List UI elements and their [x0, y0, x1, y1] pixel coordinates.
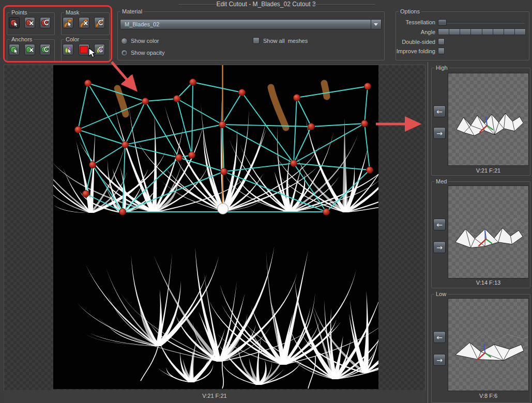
mesh-vertex[interactable]: [221, 168, 227, 175]
show-opacity-label: Show opacity: [131, 50, 164, 56]
mesh-vertex[interactable]: [122, 142, 129, 148]
double-sided-checkbox[interactable]: [438, 38, 445, 45]
dropdown-arrow-icon[interactable]: [371, 20, 381, 29]
color-reset-button[interactable]: [94, 44, 105, 55]
points-reset-button[interactable]: [40, 17, 51, 28]
lod-low-prev-button[interactable]: ←: [433, 331, 446, 343]
mesh-vertex[interactable]: [291, 160, 297, 167]
mesh-vertex[interactable]: [308, 123, 315, 130]
points-remove-button[interactable]: [24, 17, 35, 28]
lod-high-prev-button[interactable]: ←: [433, 105, 446, 117]
lod-low-group: Low ← → V:8 F:6: [431, 294, 530, 403]
dialog-title: Edit Cutout - M_Blades_02 Cutout 3: [0, 1, 532, 8]
tessellation-label: Tessellation: [396, 19, 435, 25]
show-color-radio[interactable]: [121, 38, 128, 44]
options-group-label: Options: [399, 8, 421, 15]
points-select-button[interactable]: [9, 17, 20, 28]
angle-segment: [482, 29, 493, 35]
lod-med-mesh-thumbnail: [448, 186, 528, 278]
material-dropdown[interactable]: M_Blades_02: [120, 19, 382, 29]
material-group-label: Material: [120, 8, 144, 15]
anchors-group: Anchors: [7, 39, 55, 62]
mesh-vertex[interactable]: [323, 209, 330, 215]
angle-segment: [471, 29, 482, 35]
mesh-vertex[interactable]: [364, 83, 371, 90]
mesh-vertex[interactable]: [367, 167, 373, 174]
tessellation-slider-track[interactable]: [438, 22, 525, 23]
lod-med-prev-button[interactable]: ←: [433, 219, 446, 230]
anchors-remove-button[interactable]: [24, 44, 35, 55]
mask-draw-button[interactable]: [63, 17, 73, 28]
anchor-handle[interactable]: [218, 204, 229, 214]
mesh-vertex[interactable]: [361, 120, 368, 127]
lod-high-label: High: [434, 65, 449, 71]
anchors-group-label: Anchors: [10, 36, 34, 43]
anchors-add-button[interactable]: [9, 44, 20, 55]
angle-segment: [515, 29, 525, 35]
mesh-vertex[interactable]: [142, 98, 149, 105]
show-color-label: Show color: [131, 38, 159, 44]
lod-low-preview[interactable]: [448, 298, 529, 391]
mesh-vertex[interactable]: [174, 96, 180, 102]
material-dropdown-value: M_Blades_02: [125, 21, 159, 27]
mesh-vertex[interactable]: [85, 80, 92, 87]
angle-segment: [493, 29, 504, 35]
mesh-vertex[interactable]: [119, 209, 126, 215]
mesh-vertex[interactable]: [189, 152, 195, 159]
angle-segment: [504, 29, 515, 35]
color-group-label: Color: [64, 36, 81, 43]
show-all-meshes-checkbox[interactable]: [253, 37, 260, 44]
mesh-vertex[interactable]: [190, 79, 196, 86]
tessellation-slider-handle[interactable]: [438, 19, 447, 26]
lod-high-mesh-thumbnail: [448, 73, 528, 165]
improve-folding-label: Improve folding: [396, 48, 435, 54]
mask-group-label: Mask: [64, 9, 81, 16]
double-sided-label: Double-sided: [396, 39, 435, 45]
panel-separator: [428, 62, 428, 403]
lod-low-label: Low: [434, 291, 448, 298]
mesh-vertex[interactable]: [176, 154, 183, 161]
cutout-edit-canvas[interactable]: [4, 65, 425, 390]
mask-erase-button[interactable]: [79, 17, 89, 28]
angle-segment: [449, 29, 460, 35]
improve-folding-checkbox[interactable]: [438, 48, 445, 54]
angle-segment: [438, 29, 449, 35]
mask-group: Mask: [61, 12, 110, 35]
mesh-vertex[interactable]: [75, 127, 82, 133]
lod-low-next-button[interactable]: →: [433, 354, 446, 366]
lod-med-stats: V:14 F:13: [448, 280, 529, 286]
color-group: Color: [61, 39, 110, 62]
lod-high-preview[interactable]: [448, 73, 529, 166]
title-divider-right: [312, 4, 375, 5]
options-group: Options Tessellation Angle Double-sided …: [396, 11, 529, 60]
mesh-vertex[interactable]: [219, 121, 226, 128]
material-group: Material M_Blades_02 Show color Show opa…: [117, 11, 385, 60]
color-paint-button[interactable]: [63, 44, 73, 55]
lod-high-group: High ← → V:21 F:21: [431, 68, 530, 176]
points-group: Points: [7, 12, 55, 35]
lod-med-label: Med: [434, 178, 448, 185]
points-group-label: Points: [10, 9, 29, 16]
mesh-vertex[interactable]: [239, 89, 246, 96]
anchors-reset-button[interactable]: [40, 44, 51, 55]
lod-med-preview[interactable]: [448, 185, 529, 278]
mesh-vertex[interactable]: [89, 162, 96, 168]
canvas-vertex-face-count: V:21 F:21: [4, 393, 425, 399]
lod-med-next-button[interactable]: →: [433, 241, 446, 253]
cutout-image-and-mesh[interactable]: [4, 65, 425, 390]
angle-label: Angle: [396, 29, 435, 35]
lod-high-next-button[interactable]: →: [433, 127, 446, 139]
lod-low-stats: V:8 F:6: [448, 393, 529, 399]
mesh-vertex[interactable]: [83, 191, 89, 197]
lod-med-group: Med ← → V:14 F:13: [431, 181, 530, 288]
angle-slider[interactable]: [438, 28, 526, 35]
angle-segment: [460, 29, 471, 35]
lod-low-mesh-thumbnail: [448, 299, 528, 391]
show-opacity-radio[interactable]: [121, 50, 128, 56]
color-swatch-button[interactable]: [79, 44, 89, 55]
lod-high-stats: V:21 F:21: [448, 167, 529, 174]
mesh-vertex[interactable]: [294, 95, 300, 101]
show-all-meshes-label: Show all meshes: [263, 38, 308, 44]
mask-reset-button[interactable]: [94, 17, 105, 28]
